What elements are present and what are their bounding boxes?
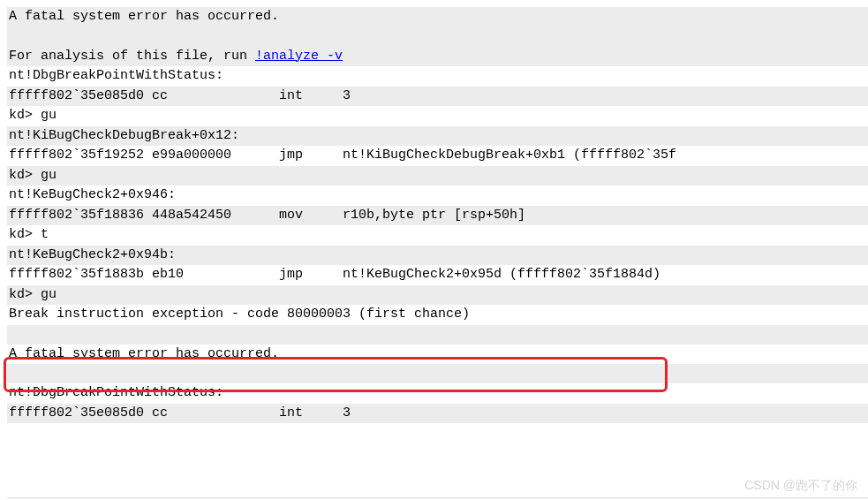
prompt-line: kd> t [7, 225, 868, 246]
output-line: fffff802`35f1883b eb10 jmp nt!KeBugCheck… [7, 265, 868, 285]
prompt-line: kd> gu [7, 285, 868, 306]
output-line: nt!DbgBreakPointWithStatus: [7, 383, 868, 404]
output-line: fffff802`35e085d0 cc int 3 [7, 404, 868, 424]
output-line: A fatal system error has occurred. [7, 7, 868, 27]
output-line-analyze: For analysis of this file, run !analyze … [7, 47, 868, 67]
output-line-highlighted: Break instruction exception - code 80000… [7, 305, 868, 325]
output-line: A fatal system error has occurred. [7, 345, 868, 365]
analyze-prefix: For analysis of this file, run [9, 49, 255, 64]
output-line: nt!KeBugCheck2+0x94b: [7, 246, 868, 266]
output-line: fffff802`35f19252 e99a000000 jmp nt!KiBu… [7, 146, 868, 166]
output-line: fffff802`35e085d0 cc int 3 [7, 87, 868, 107]
output-blank [7, 325, 868, 345]
prompt-line: kd> gu [7, 166, 868, 186]
output-line: nt!KeBugCheck2+0x946: [7, 186, 868, 206]
output-line: fffff802`35f18836 448a542450 mov r10b,by… [7, 206, 868, 226]
watermark-text: CSDN @跑不了的你 [744, 476, 857, 495]
analyze-link[interactable]: !analyze -v [255, 49, 343, 64]
prompt-line: kd> gu [7, 106, 868, 126]
output-line: nt!KiBugCheckDebugBreak+0x12: [7, 126, 868, 147]
output-blank [7, 364, 868, 383]
output-blank [7, 27, 868, 47]
output-line: nt!DbgBreakPointWithStatus: [7, 66, 868, 87]
bottom-separator [7, 497, 868, 498]
